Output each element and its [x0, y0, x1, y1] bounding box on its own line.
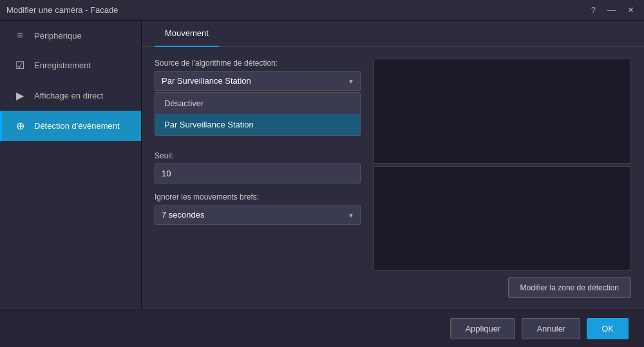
title-bar: Modifier une caméra - Facade ? — ✕ [0, 0, 644, 21]
preview-bottom [374, 166, 631, 271]
footer: Appliquer Annuler OK [0, 310, 644, 347]
sidebar-item-affichage[interactable]: ▶ Affichage en direct [0, 80, 141, 111]
ignorer-label: Ignorer les mouvements brefs: [155, 192, 361, 202]
tab-bar: Mouvement [142, 21, 644, 47]
seuil-group: Seuil: [155, 151, 361, 183]
main-layout: ≡ Périphérique ☑ Enregistrement ▶ Affich… [0, 21, 644, 310]
preview-top [374, 59, 631, 164]
ignorer-select[interactable]: 7 secondes [155, 205, 361, 225]
right-panel: Modifier la zone de détection [374, 59, 631, 298]
sidebar: ≡ Périphérique ☑ Enregistrement ▶ Affich… [0, 21, 142, 310]
content-body: Source de l'algorithme de détection: Par… [142, 47, 644, 310]
annuler-button[interactable]: Annuler [522, 318, 580, 339]
sidebar-label-enregistrement: Enregistrement [34, 61, 91, 70]
appliquer-button[interactable]: Appliquer [450, 318, 515, 339]
sidebar-item-detection[interactable]: ⊕ Détection d'évènement [0, 111, 141, 141]
source-select-wrapper: Par Surveillance Station ▼ Désactiver Pa… [155, 71, 361, 91]
ignorer-group: Ignorer les mouvements brefs: 7 secondes… [155, 192, 361, 225]
sidebar-label-affichage: Affichage en direct [34, 91, 103, 100]
sidebar-label-peripherique: Périphérique [34, 31, 82, 41]
minimize-button[interactable]: — [604, 4, 619, 16]
option-desactiver[interactable]: Désactiver [155, 93, 360, 114]
left-panel: Source de l'algorithme de détection: Par… [155, 59, 361, 298]
source-group: Source de l'algorithme de détection: Par… [155, 59, 361, 91]
window-title: Modifier une caméra - Facade [6, 5, 588, 15]
sidebar-item-peripherique[interactable]: ≡ Périphérique [0, 21, 141, 50]
ignorer-select-wrapper: 7 secondes ▼ [155, 205, 361, 225]
sidebar-label-detection: Détection d'évènement [34, 121, 120, 131]
option-par-surveillance[interactable]: Par Surveillance Station [155, 114, 360, 135]
ok-button[interactable]: OK [587, 318, 629, 339]
checkbox-icon: ☑ [14, 59, 26, 71]
content-area: Mouvement Source de l'algorithme de déte… [142, 21, 644, 310]
modify-zone-button[interactable]: Modifier la zone de détection [508, 277, 631, 298]
source-dropdown-popup: Désactiver Par Surveillance Station [155, 92, 361, 136]
target-icon: ⊕ [14, 120, 26, 132]
tab-mouvement[interactable]: Mouvement [155, 21, 219, 47]
play-icon: ▶ [14, 89, 26, 102]
source-label: Source de l'algorithme de détection: [155, 59, 361, 68]
close-button[interactable]: ✕ [624, 4, 638, 16]
source-select[interactable]: Par Surveillance Station [155, 71, 361, 91]
window-controls: ? — ✕ [588, 4, 638, 16]
seuil-label: Seuil: [155, 151, 361, 160]
help-button[interactable]: ? [588, 4, 599, 16]
sidebar-item-enregistrement[interactable]: ☑ Enregistrement [0, 50, 141, 80]
list-icon: ≡ [14, 30, 26, 41]
seuil-input[interactable] [155, 164, 361, 183]
